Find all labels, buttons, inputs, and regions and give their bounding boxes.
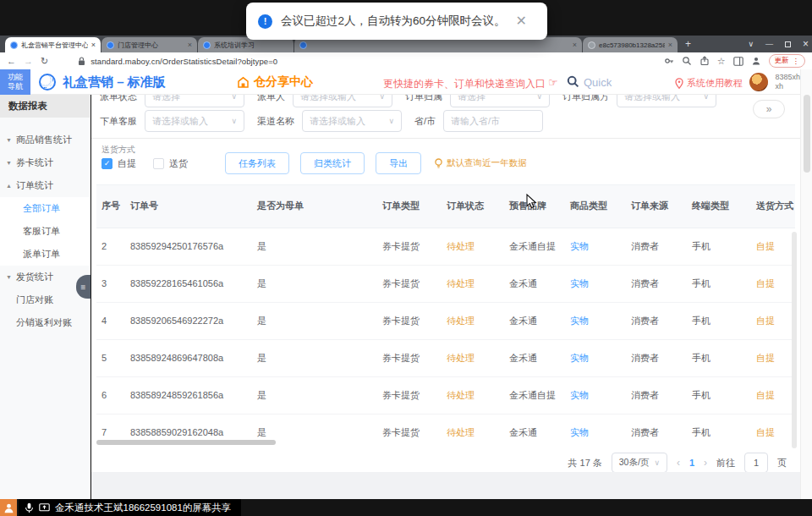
action-button[interactable]: 归类统计 [300, 152, 365, 174]
filter-select[interactable]: 请选择或输入∨ [293, 95, 392, 107]
function-nav-button[interactable]: 功能导航 [0, 69, 30, 95]
back-icon[interactable]: ← [7, 57, 16, 66]
tab-search-icon[interactable]: ∨ [748, 40, 754, 48]
horizontal-scrollbar[interactable] [96, 440, 276, 445]
close-tab-icon[interactable]: × [188, 41, 192, 49]
table-cell: 手机 [687, 339, 751, 376]
filter-select[interactable]: 请选择或输入∨ [617, 95, 716, 107]
app-logo [39, 74, 56, 91]
table-cell[interactable]: 实物 [565, 339, 626, 376]
sidebar-item[interactable]: ▲订单统计 [0, 174, 90, 197]
table-cell[interactable]: 实物 [565, 302, 626, 339]
expand-filters-button[interactable]: » [753, 100, 785, 118]
table-row: 283859294250176576a是券卡提货待处理金禾通自提实物消费者手机自… [96, 228, 795, 265]
zoom-icon[interactable] [682, 56, 692, 66]
chevron-down-icon: ∨ [231, 95, 237, 101]
user-avatar[interactable] [749, 73, 768, 91]
table-vertical-scrollbar[interactable] [792, 232, 797, 448]
table-cell: 金禾通 [504, 339, 565, 376]
reload-icon[interactable]: ↻ [41, 57, 48, 66]
caret-down-icon: ▼ [6, 160, 12, 166]
table-cell: 83858924869647808a [125, 339, 252, 376]
checkbox-unchecked[interactable] [153, 158, 164, 169]
sidebar-item[interactable]: ▼券卡统计 [0, 151, 90, 174]
table-cell: 2 [96, 228, 125, 265]
sharer-avatar[interactable] [0, 499, 17, 516]
close-tab-icon[interactable]: × [573, 41, 577, 49]
sidebar-item-label: 订单统计 [16, 179, 53, 192]
table-cell: 消费者 [626, 376, 687, 414]
share-icon[interactable] [700, 56, 710, 66]
sidebar-collapse-handle[interactable]: ≡ [76, 275, 91, 299]
table-cell[interactable]: 实物 [565, 414, 626, 448]
filter-select[interactable]: 请选择∨ [450, 95, 550, 107]
table-cell[interactable]: 实物 [565, 376, 626, 414]
checkbox-checked[interactable]: ✓ [102, 158, 112, 169]
prev-page-button[interactable]: ‹ [677, 457, 680, 469]
maximize-icon[interactable] [785, 41, 791, 47]
sidebar-item-label: 券卡统计 [16, 156, 53, 169]
table-cell: 消费者 [626, 302, 687, 339]
minimize-icon[interactable]: — [765, 40, 773, 48]
sidebar-item[interactable]: 派单订单 [0, 243, 90, 266]
side-panel-icon[interactable] [733, 57, 743, 66]
double-chevron-right-icon: » [766, 103, 772, 115]
close-icon[interactable]: ✕ [516, 14, 527, 28]
quick-entry-tip: 更快捷的券卡、订单和快递查询入口 [383, 77, 546, 91]
current-page[interactable]: 1 [689, 458, 694, 468]
window-controls: ∨ — × [748, 36, 809, 52]
column-header: 订单来源 [626, 185, 687, 228]
close-tab-icon[interactable]: × [668, 41, 672, 49]
profile-icon[interactable] [751, 56, 761, 66]
quick-label[interactable]: Quick [584, 76, 612, 89]
sidebar-item[interactable]: 分销返利对账 [0, 311, 90, 334]
forward-icon[interactable]: → [24, 57, 33, 66]
filter-input[interactable]: 请输入省/市 [443, 110, 543, 132]
user-info[interactable]: 8385xh xh [775, 73, 800, 92]
bookmark-star-icon[interactable]: ☆ [717, 56, 726, 67]
app-title: 礼盒营销 – 标准版 [63, 74, 166, 91]
column-header: 终端类型 [687, 185, 751, 228]
table-cell[interactable]: 实物 [565, 228, 626, 265]
app-header: 功能导航 礼盒营销 – 标准版 仓分享中心 更快捷的券卡、订单和快递查询入口 ☞… [0, 69, 812, 95]
share-center-link[interactable]: 仓分享中心 [237, 74, 313, 90]
filter-select[interactable]: 请选择或输入∨ [302, 110, 402, 132]
table-cell[interactable]: 实物 [565, 265, 626, 302]
close-window-icon[interactable]: × [803, 38, 809, 50]
table-cell: 券卡提货 [377, 228, 442, 265]
sidebar-item[interactable]: 全部订单 [0, 197, 90, 220]
placeholder-text: 请选择 [458, 95, 486, 103]
main-content: 派单状态请选择∨派单人请选择或输入∨订单归属请选择∨订单归属方请选择或输入∨ »… [91, 95, 800, 472]
sidebar-item[interactable]: ▼商品销售统计 [0, 129, 90, 151]
tutorial-link[interactable]: 系统使用教程 [675, 77, 743, 90]
browser-tab[interactable]: 礼盒营销平台管理中心× [5, 37, 101, 52]
column-header: 订单号 [125, 185, 252, 228]
page-size-select[interactable]: 30条/页 ∨ [612, 453, 667, 472]
close-tab-icon[interactable]: × [91, 41, 96, 49]
table-cell: 金禾通 [504, 414, 565, 448]
menu-dots-icon[interactable]: ⋮ [793, 57, 800, 65]
filter-select[interactable]: 请选择或输入∨ [145, 110, 244, 132]
table-cell: 金禾通自提 [504, 228, 565, 265]
checkbox-label: 自提 [118, 157, 136, 170]
column-header: 商品类型 [565, 185, 626, 228]
password-key-icon[interactable] [664, 56, 674, 66]
quick-search-icon[interactable] [567, 75, 579, 88]
next-page-button[interactable]: › [704, 457, 707, 469]
filter-field: 订单归属请选择∨ [405, 95, 550, 107]
action-button[interactable]: 任务列表 [225, 152, 289, 174]
table-row: 583858924869647808a是券卡提货待处理金禾通实物消费者手机自提 [96, 339, 795, 376]
new-tab-button[interactable]: + [685, 38, 691, 50]
browser-tab[interactable]: 门店管理中心× [102, 37, 197, 52]
goto-page-input[interactable]: 1 [744, 453, 768, 472]
page-scrollbar[interactable] [800, 69, 812, 499]
action-button[interactable]: 导出 [376, 152, 421, 174]
table-cell: 手机 [687, 376, 751, 414]
sidebar-item-label: 发货统计 [16, 271, 53, 283]
page-suffix: 页 [777, 457, 787, 469]
filter-select[interactable]: 请选择∨ [145, 95, 244, 107]
browser-tab[interactable]: e8c573980b1328a258fd2e6f8× [583, 37, 678, 52]
sidebar-item[interactable]: 客服订单 [0, 220, 90, 243]
browser-update-button[interactable]: 更新 ⋮ [769, 54, 806, 68]
omnibox[interactable]: standard.maboy.cn/OrderStatisticsDetail?… [56, 57, 656, 66]
